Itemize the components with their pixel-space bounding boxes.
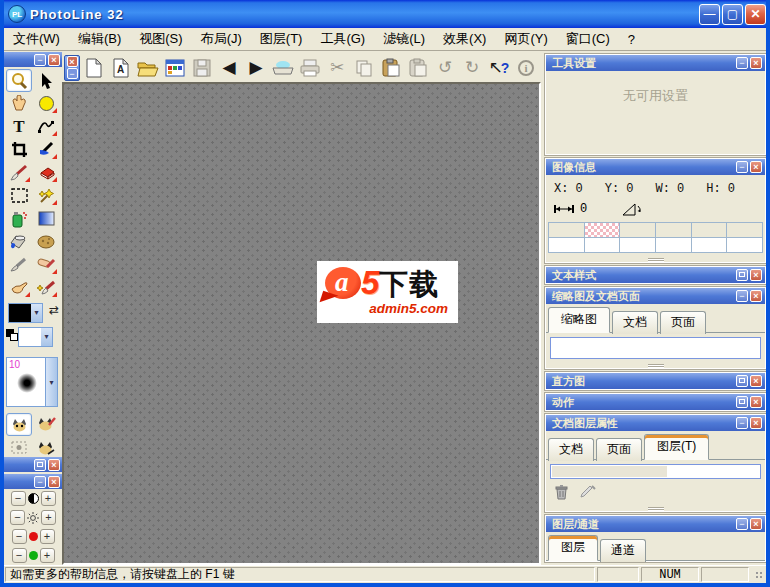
menu-help[interactable]: ? — [619, 30, 644, 49]
minimize-icon[interactable]: − — [736, 161, 748, 173]
close-icon[interactable]: × — [750, 290, 762, 302]
spray-tool[interactable] — [6, 207, 32, 230]
cut-icon[interactable]: ✂ — [324, 55, 350, 81]
menu-filter[interactable]: 滤镜(L) — [374, 28, 434, 50]
panel-resize-grip[interactable] — [546, 506, 765, 511]
zoom-tool[interactable] — [6, 69, 32, 92]
close-icon[interactable]: × — [750, 269, 762, 281]
adjustment-titlebar-2[interactable]: − × — [4, 474, 62, 489]
back-icon[interactable]: ◀ — [216, 55, 242, 81]
brightness-plus-button[interactable]: + — [41, 510, 56, 525]
bezier-pen-tool[interactable] — [33, 115, 59, 138]
toolbar-grip[interactable]: × − — [64, 55, 80, 81]
minimize-icon[interactable]: − — [34, 476, 46, 488]
menu-tools[interactable]: 工具(G) — [311, 28, 374, 50]
print-icon[interactable] — [297, 55, 323, 81]
tab-layers[interactable]: 图层 — [548, 535, 598, 561]
maximize-icon[interactable] — [34, 459, 46, 471]
fg-bg-mini-icon[interactable] — [6, 329, 18, 341]
tab-layer[interactable]: 图层(T) — [644, 434, 709, 460]
close-icon[interactable]: × — [48, 459, 60, 471]
gradient-tool[interactable] — [33, 207, 59, 230]
undo-icon[interactable]: ↺ — [432, 55, 458, 81]
chevron-down-icon[interactable]: ▾ — [31, 304, 42, 322]
tool-settings-titlebar[interactable]: 工具设置 − × — [546, 55, 765, 71]
palette-close-icon[interactable]: × — [48, 54, 60, 66]
tab-thumbnail[interactable]: 缩略图 — [548, 307, 610, 333]
maximize-icon[interactable] — [736, 396, 748, 408]
green-plus-button[interactable]: + — [40, 548, 55, 563]
thumbnail-list[interactable] — [550, 337, 761, 359]
minimize-icon[interactable]: − — [736, 57, 748, 69]
thumbnails-titlebar[interactable]: 缩略图及文档页面 − × — [546, 288, 765, 304]
brush-dropdown[interactable]: ▾ — [46, 357, 58, 407]
mask-cut-tool[interactable] — [33, 436, 59, 459]
shape-tool[interactable] — [33, 92, 59, 115]
close-icon[interactable]: × — [750, 396, 762, 408]
close-icon[interactable]: × — [750, 417, 762, 429]
mask-edit-tool[interactable] — [33, 413, 59, 436]
minimize-icon[interactable]: − — [736, 417, 748, 429]
crop-tool[interactable] — [6, 138, 32, 161]
maximize-icon[interactable] — [736, 375, 748, 387]
close-icon[interactable]: × — [750, 57, 762, 69]
close-icon[interactable]: × — [48, 476, 60, 488]
mask-mode-tool[interactable] — [6, 413, 32, 436]
clone-stamp-tool[interactable] — [33, 230, 59, 253]
redo-icon[interactable]: ↻ — [459, 55, 485, 81]
text-style-titlebar[interactable]: 文本样式 × — [546, 267, 765, 283]
minimize-button[interactable]: — — [699, 4, 720, 25]
menu-window[interactable]: 窗口(C) — [557, 28, 619, 50]
paintbrush-tool[interactable] — [6, 161, 32, 184]
tab-page[interactable]: 页面 — [660, 311, 706, 334]
layers-channels-titlebar[interactable]: 图层/通道 − × — [546, 516, 765, 532]
paste-special-icon[interactable] — [405, 55, 431, 81]
tab-channels[interactable]: 通道 — [600, 539, 646, 562]
open-file-icon[interactable] — [135, 55, 161, 81]
close-button[interactable]: ✕ — [745, 4, 766, 25]
resize-grip[interactable] — [751, 567, 766, 582]
chevron-down-icon[interactable]: ▾ — [41, 328, 52, 346]
save-icon[interactable] — [189, 55, 215, 81]
paste-icon[interactable] — [378, 55, 404, 81]
text-tool[interactable]: T — [6, 115, 32, 138]
tab-page[interactable]: 页面 — [596, 438, 642, 461]
actions-titlebar[interactable]: 动作 × — [546, 394, 765, 410]
mask-select-tool[interactable] — [6, 436, 32, 459]
layer-name-input[interactable] — [550, 464, 761, 479]
background-color-swatch[interactable]: ▾ — [18, 327, 53, 347]
menu-view[interactable]: 视图(S) — [130, 28, 191, 50]
image-info-titlebar[interactable]: 图像信息 − × — [546, 159, 765, 175]
eraser-tool[interactable] — [33, 161, 59, 184]
maximize-button[interactable]: ▢ — [722, 4, 743, 25]
smudge-finger-tool[interactable] — [6, 276, 32, 299]
contrast-plus-button[interactable]: + — [41, 491, 56, 506]
menu-file[interactable]: 文件(W) — [4, 28, 69, 50]
magic-wand-tool[interactable] — [33, 184, 59, 207]
brightness-minus-button[interactable]: − — [10, 510, 25, 525]
browse-images-icon[interactable] — [162, 55, 188, 81]
swap-colors-icon[interactable]: ⇄ — [49, 303, 59, 317]
copy-icon[interactable] — [351, 55, 377, 81]
panel-resize-grip[interactable] — [546, 363, 765, 368]
fill-bucket-tool[interactable] — [6, 230, 32, 253]
menu-layout[interactable]: 布局(J) — [192, 28, 251, 50]
scan-icon[interactable] — [270, 55, 296, 81]
trash-icon[interactable] — [554, 484, 569, 500]
red-minus-button[interactable]: − — [12, 529, 27, 544]
healing-brush-tool[interactable] — [33, 253, 59, 276]
menu-edit[interactable]: 编辑(B) — [69, 28, 130, 50]
new-document-icon[interactable] — [81, 55, 107, 81]
document-canvas[interactable]: a 5 下载 admin5.com — [62, 82, 541, 565]
info-icon[interactable]: i — [513, 55, 539, 81]
pointer-tool[interactable] — [33, 69, 59, 92]
menu-effects[interactable]: 效果(X) — [434, 28, 495, 50]
hand-tool[interactable] — [6, 92, 32, 115]
contrast-minus-button[interactable]: − — [11, 491, 26, 506]
brush-preview[interactable]: 10 — [6, 357, 46, 407]
close-icon[interactable]: × — [750, 375, 762, 387]
dodge-tool[interactable] — [33, 276, 59, 299]
maximize-icon[interactable] — [736, 269, 748, 281]
panel-resize-grip[interactable] — [546, 257, 765, 262]
tool-palette-titlebar[interactable]: − × — [4, 52, 62, 67]
